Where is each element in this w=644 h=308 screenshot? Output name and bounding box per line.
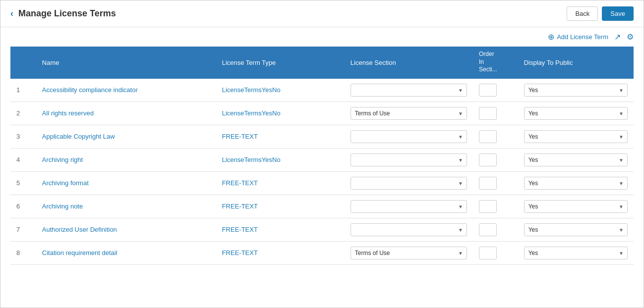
display-select[interactable]: YesNo <box>524 200 628 213</box>
order-input[interactable] <box>479 177 497 190</box>
col-header-type: License Term Type <box>216 47 345 79</box>
row-number: 1 <box>10 79 36 102</box>
display-select[interactable]: YesNo <box>524 84 628 97</box>
row-section-cell: Terms of UseAccess TermsLicensing Terms▼ <box>345 102 473 125</box>
row-section-cell: Terms of UseAccess TermsLicensing Terms▼ <box>345 218 473 241</box>
back-arrow-icon[interactable]: ‹ <box>10 8 13 19</box>
save-button[interactable]: Save <box>602 6 634 21</box>
row-number: 2 <box>10 102 36 125</box>
section-select[interactable]: Terms of UseAccess TermsLicensing Terms <box>351 107 467 120</box>
header-left: ‹ Manage License Terms <box>10 8 116 19</box>
row-number: 5 <box>10 171 36 195</box>
row-order-cell <box>473 79 518 102</box>
row-section-cell: Terms of UseAccess TermsLicensing Terms▼ <box>345 125 473 148</box>
row-type: FREE-TEXT <box>216 125 345 148</box>
section-select[interactable]: Terms of UseAccess TermsLicensing Terms <box>351 177 467 190</box>
row-display-cell: YesNo▼ <box>518 125 634 148</box>
row-order-cell <box>473 241 518 264</box>
settings-button[interactable]: ⚙ <box>627 32 634 42</box>
row-type: LicenseTermsYesNo <box>216 79 345 102</box>
order-input[interactable] <box>479 154 497 166</box>
row-section-cell: Terms of UseAccess TermsLicensing Terms▼ <box>345 195 473 218</box>
row-display-cell: YesNo▼ <box>518 79 634 102</box>
table-header-row: Name License Term Type License Section O… <box>10 47 634 79</box>
row-number: 8 <box>10 241 36 264</box>
row-display-cell: YesNo▼ <box>518 195 634 218</box>
row-display-cell: YesNo▼ <box>518 102 634 125</box>
plus-circle-icon: ⊕ <box>548 32 554 42</box>
row-number: 7 <box>10 218 36 241</box>
header-right: Back Save <box>567 6 634 21</box>
table-row: 1Accessibility compliance indicatorLicen… <box>10 79 634 102</box>
row-section-cell: Terms of UseAccess TermsLicensing Terms▼ <box>345 241 473 264</box>
table-row: 6Archiving noteFREE-TEXTTerms of UseAcce… <box>10 195 634 218</box>
table-container: Name License Term Type License Section O… <box>0 47 644 275</box>
row-name: Authorized User Definition <box>36 218 216 241</box>
display-select[interactable]: YesNo <box>524 223 628 236</box>
row-type: FREE-TEXT <box>216 241 345 264</box>
col-header-section: License Section <box>345 47 473 79</box>
row-display-cell: YesNo▼ <box>518 218 634 241</box>
page-title: Manage License Terms <box>18 8 116 19</box>
order-input[interactable] <box>479 84 497 97</box>
row-name: Archiving format <box>36 171 216 195</box>
section-select[interactable]: Terms of UseAccess TermsLicensing Terms <box>351 84 467 97</box>
row-number: 4 <box>10 148 36 171</box>
row-order-cell <box>473 125 518 148</box>
table-row: 4Archiving rightLicenseTermsYesNoTerms o… <box>10 148 634 171</box>
row-order-cell <box>473 102 518 125</box>
export-icon: ↗ <box>614 33 621 41</box>
table-row: 2All rights reservedLicenseTermsYesNoTer… <box>10 102 634 125</box>
display-select[interactable]: YesNo <box>524 154 628 166</box>
display-select[interactable]: YesNo <box>524 247 628 259</box>
table-row: 5Archiving formatFREE-TEXTTerms of UseAc… <box>10 171 634 195</box>
add-license-button[interactable]: ⊕ Add License Term <box>548 32 608 42</box>
export-button[interactable]: ↗ <box>614 32 621 42</box>
display-select[interactable]: YesNo <box>524 177 628 190</box>
order-input[interactable] <box>479 107 497 120</box>
section-select[interactable]: Terms of UseAccess TermsLicensing Terms <box>351 247 467 259</box>
section-select[interactable]: Terms of UseAccess TermsLicensing Terms <box>351 154 467 166</box>
table-row: 8Citation requirement detailFREE-TEXTTer… <box>10 241 634 264</box>
row-display-cell: YesNo▼ <box>518 171 634 195</box>
back-button[interactable]: Back <box>567 6 598 21</box>
gear-icon: ⚙ <box>627 33 634 41</box>
row-number: 3 <box>10 125 36 148</box>
col-header-order: OrderInSecti... <box>473 47 518 79</box>
row-section-cell: Terms of UseAccess TermsLicensing Terms▼ <box>345 79 473 102</box>
display-select[interactable]: YesNo <box>524 107 628 120</box>
order-input[interactable] <box>479 223 497 236</box>
row-order-cell <box>473 195 518 218</box>
row-name: Applicable Copyright Law <box>36 125 216 148</box>
col-header-num <box>10 47 36 79</box>
order-input[interactable] <box>479 247 497 259</box>
row-type: LicenseTermsYesNo <box>216 148 345 171</box>
row-name: Archiving note <box>36 195 216 218</box>
row-display-cell: YesNo▼ <box>518 241 634 264</box>
row-name: Archiving right <box>36 148 216 171</box>
display-select[interactable]: YesNo <box>524 130 628 143</box>
license-terms-table: Name License Term Type License Section O… <box>10 47 634 265</box>
row-name: All rights reserved <box>36 102 216 125</box>
table-row: 7Authorized User DefinitionFREE-TEXTTerm… <box>10 218 634 241</box>
order-input[interactable] <box>479 130 497 143</box>
header: ‹ Manage License Terms Back Save <box>0 0 644 27</box>
row-number: 6 <box>10 195 36 218</box>
section-select[interactable]: Terms of UseAccess TermsLicensing Terms <box>351 200 467 213</box>
row-type: LicenseTermsYesNo <box>216 102 345 125</box>
col-header-name: Name <box>36 47 216 79</box>
col-header-display: Display To Public <box>518 47 634 79</box>
order-input[interactable] <box>479 200 497 213</box>
section-select[interactable]: Terms of UseAccess TermsLicensing Terms <box>351 130 467 143</box>
section-select[interactable]: Terms of UseAccess TermsLicensing Terms <box>351 223 467 236</box>
row-order-cell <box>473 148 518 171</box>
toolbar: ⊕ Add License Term ↗ ⚙ <box>0 27 644 47</box>
row-order-cell <box>473 171 518 195</box>
row-type: FREE-TEXT <box>216 218 345 241</box>
row-display-cell: YesNo▼ <box>518 148 634 171</box>
row-order-cell <box>473 218 518 241</box>
row-name: Accessibility compliance indicator <box>36 79 216 102</box>
row-type: FREE-TEXT <box>216 171 345 195</box>
add-license-label: Add License Term <box>557 33 608 41</box>
table-row: 3Applicable Copyright LawFREE-TEXTTerms … <box>10 125 634 148</box>
